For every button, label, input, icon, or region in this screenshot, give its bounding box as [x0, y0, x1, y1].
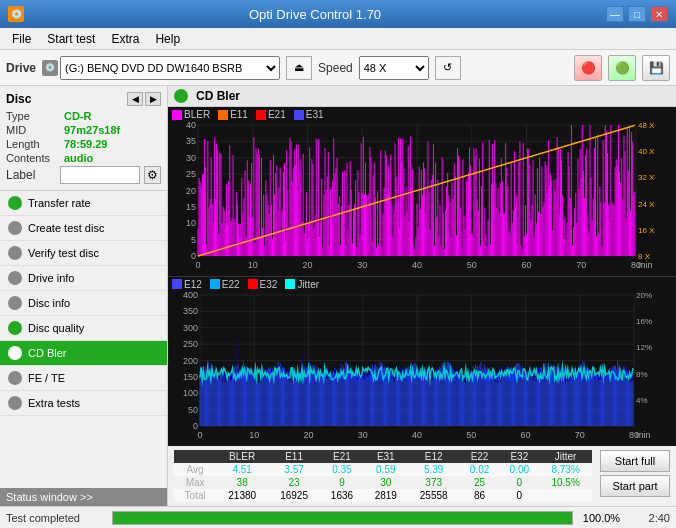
time-display: 2:40: [630, 512, 670, 524]
legend-e21: E21: [256, 109, 286, 120]
drive-select[interactable]: (G:) BENQ DVD DD DW1640 BSRB: [60, 56, 280, 80]
bottom-legend: E12 E22 E32 Jitter: [172, 279, 319, 290]
legend-e32-label: E32: [260, 279, 278, 290]
nav-create-test-disc-label: Create test disc: [28, 222, 104, 234]
disc-section-label: Disc: [6, 92, 31, 106]
legend-jitter-color: [285, 279, 295, 289]
legend-jitter: Jitter: [285, 279, 319, 290]
stats-max-e32: 0: [499, 476, 539, 489]
legend-e12-color: [172, 279, 182, 289]
stats-max-e21: 9: [320, 476, 364, 489]
nav-items: Transfer rate Create test disc Verify te…: [0, 191, 167, 488]
charts-area: BLER E11 E21 E31: [168, 107, 676, 445]
stats-max-label: Max: [174, 476, 216, 489]
nav-create-test-disc[interactable]: Create test disc: [0, 216, 167, 241]
legend-e31-color: [294, 110, 304, 120]
drive-info-icon: [8, 271, 22, 285]
nav-fe-te[interactable]: FE / TE: [0, 366, 167, 391]
color-button-1[interactable]: 🔴: [574, 55, 602, 81]
maximize-button[interactable]: □: [628, 6, 646, 22]
legend-e22-color: [210, 279, 220, 289]
stats-max-e31: 30: [364, 476, 408, 489]
fe-te-icon: [8, 371, 22, 385]
legend-e11: E11: [218, 109, 248, 120]
refresh-button[interactable]: ↺: [435, 56, 461, 80]
extra-tests-icon: [8, 396, 22, 410]
drive-icon: 💿: [42, 60, 58, 76]
left-panel: Disc ◀ ▶ Type CD-R MID 97m27s18f Length …: [0, 86, 168, 506]
disc-label-button[interactable]: ⚙: [144, 166, 161, 184]
disc-mid-val: 97m27s18f: [64, 124, 120, 136]
nav-transfer-rate[interactable]: Transfer rate: [0, 191, 167, 216]
save-button[interactable]: 💾: [642, 55, 670, 81]
nav-disc-quality-label: Disc quality: [28, 322, 84, 334]
disc-quality-icon: [8, 321, 22, 335]
menu-extra[interactable]: Extra: [103, 30, 147, 48]
nav-transfer-rate-label: Transfer rate: [28, 197, 91, 209]
stats-avg-e11: 3.57: [268, 463, 320, 476]
nav-verify-test-disc[interactable]: Verify test disc: [0, 241, 167, 266]
legend-e32: E32: [248, 279, 278, 290]
speed-select[interactable]: 48 X: [359, 56, 429, 80]
legend-e32-color: [248, 279, 258, 289]
nav-extra-tests-label: Extra tests: [28, 397, 80, 409]
right-content: CD Bler BLER E11: [168, 86, 676, 506]
create-test-disc-icon: [8, 221, 22, 235]
stats-avg-label: Avg: [174, 463, 216, 476]
disc-contents-key: Contents: [6, 152, 64, 164]
stats-max-e12: 373: [408, 476, 460, 489]
stats-total-label: Total: [174, 489, 216, 502]
nav-extra-tests[interactable]: Extra tests: [0, 391, 167, 416]
legend-bler-label: BLER: [184, 109, 210, 120]
nav-drive-info[interactable]: Drive info: [0, 266, 167, 291]
stats-total-e32: 0: [499, 489, 539, 502]
title-bar: 💿 Opti Drive Control 1.70 — □ ✕: [0, 0, 676, 28]
app-icon: 💿: [8, 6, 24, 22]
minimize-button[interactable]: —: [606, 6, 624, 22]
color-button-2[interactable]: 🟢: [608, 55, 636, 81]
disc-label-input[interactable]: [60, 166, 140, 184]
menu-help[interactable]: Help: [147, 30, 188, 48]
app-title: Opti Drive Control 1.70: [24, 7, 606, 22]
drive-label: Drive: [6, 61, 36, 75]
legend-e31-label: E31: [306, 109, 324, 120]
stats-max-row: Max 38 23 9 30 373 25 0 10.5%: [174, 476, 592, 489]
nav-cd-bler[interactable]: CD Bler: [0, 341, 167, 366]
nav-disc-info[interactable]: Disc info: [0, 291, 167, 316]
status-window-button[interactable]: Status window >>: [0, 488, 167, 506]
menu-file[interactable]: File: [4, 30, 39, 48]
eject-button[interactable]: ⏏: [286, 56, 312, 80]
disc-length-key: Length: [6, 138, 64, 150]
main-layout: Disc ◀ ▶ Type CD-R MID 97m27s18f Length …: [0, 86, 676, 506]
verify-test-disc-icon: [8, 246, 22, 260]
disc-type-val: CD-R: [64, 110, 92, 122]
stats-total-e12: 25558: [408, 489, 460, 502]
disc-section: Disc ◀ ▶ Type CD-R MID 97m27s18f Length …: [0, 86, 167, 191]
disc-prev[interactable]: ◀: [127, 92, 143, 106]
disc-next[interactable]: ▶: [145, 92, 161, 106]
legend-jitter-label: Jitter: [297, 279, 319, 290]
close-button[interactable]: ✕: [650, 6, 668, 22]
progress-bar-container: [112, 511, 573, 525]
status-text: Test completed: [6, 512, 106, 524]
progress-bar-fill: [113, 512, 572, 524]
window-controls: — □ ✕: [606, 6, 668, 22]
chart-bottom: E12 E22 E32 Jitter: [168, 276, 676, 446]
legend-e21-label: E21: [268, 109, 286, 120]
menu-start-test[interactable]: Start test: [39, 30, 103, 48]
nav-disc-quality[interactable]: Disc quality: [0, 316, 167, 341]
start-full-button[interactable]: Start full: [600, 450, 670, 472]
legend-e12: E12: [172, 279, 202, 290]
disc-length-val: 78:59.29: [64, 138, 107, 150]
stats-header-e22: E22: [460, 450, 500, 463]
start-part-button[interactable]: Start part: [600, 475, 670, 497]
legend-e22: E22: [210, 279, 240, 290]
toolbar: Drive 💿 (G:) BENQ DVD DD DW1640 BSRB ⏏ S…: [0, 50, 676, 86]
stats-max-e11: 23: [268, 476, 320, 489]
legend-e31: E31: [294, 109, 324, 120]
stats-header-jitter: Jitter: [539, 450, 592, 463]
stats-avg-jitter: 8.73%: [539, 463, 592, 476]
bottom-status-bar: Test completed 100.0% 2:40: [0, 506, 676, 528]
stats-avg-e12: 5.39: [408, 463, 460, 476]
nav-cd-bler-label: CD Bler: [28, 347, 67, 359]
